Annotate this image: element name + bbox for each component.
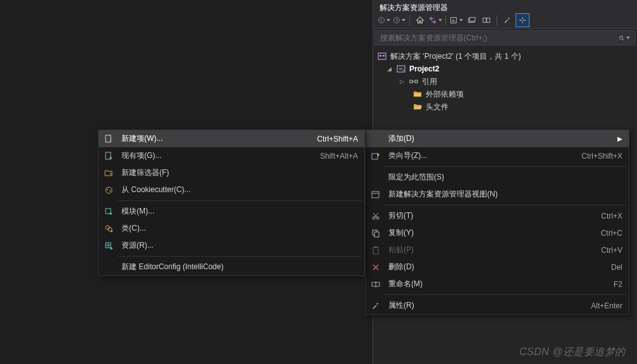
menu-label: 类(C)...	[121, 223, 358, 234]
menu-label: 现有项(G)...	[121, 150, 315, 161]
menu-label: 复制(Y)	[388, 228, 596, 238]
forward-dropdown-icon[interactable]	[392, 13, 406, 27]
svg-rect-11	[397, 66, 405, 72]
menu-label: 模块(M)...	[121, 206, 358, 217]
menu-add[interactable]: 添加(D) ▶	[366, 130, 629, 147]
expander-open-icon[interactable]: ◢	[386, 66, 393, 73]
menu-label: 添加(D)	[388, 133, 611, 144]
menu-label: 新建筛选器(F)	[121, 167, 358, 178]
menu-shortcut: F2	[614, 280, 622, 289]
references-label: 引用	[422, 76, 437, 87]
menu-label: 类向导(Z)...	[388, 150, 576, 161]
menu-label: 新建项(W)...	[121, 133, 312, 144]
new-item-icon	[101, 133, 116, 145]
solution-explorer-toolbar	[373, 11, 637, 29]
properties-icon[interactable]	[500, 13, 514, 27]
menu-class[interactable]: 类(C)...	[99, 220, 364, 237]
preview-icon[interactable]	[516, 13, 529, 27]
external-deps-node[interactable]: 外部依赖项	[377, 88, 633, 100]
menu-label: 资源(R)...	[121, 240, 358, 251]
svg-rect-13	[415, 80, 417, 83]
paste-icon	[368, 244, 383, 257]
pending-changes-icon[interactable]	[449, 13, 463, 27]
blank-icon	[101, 261, 116, 274]
panel-title: 解决方案资源管理器	[373, 0, 637, 11]
svg-rect-21	[373, 247, 378, 254]
chevron-right-icon: ▶	[616, 135, 622, 142]
svg-point-26	[106, 187, 112, 193]
menu-shortcut: Ctrl+X	[601, 212, 622, 221]
toolbar-separator	[409, 15, 410, 25]
solution-icon	[377, 51, 387, 61]
menu-cut[interactable]: 剪切(T) Ctrl+X	[366, 207, 629, 224]
svg-rect-6	[486, 18, 490, 22]
switch-view-icon[interactable]	[428, 13, 442, 27]
menu-new-view[interactable]: 新建解决方案资源管理器视图(N)	[366, 186, 629, 203]
menu-module[interactable]: 模块(M)...	[99, 203, 364, 220]
menu-existing-item[interactable]: 现有项(G)... Shift+Alt+A	[99, 147, 364, 164]
existing-item-icon	[101, 150, 116, 162]
search-box[interactable]	[374, 30, 636, 46]
show-all-files-icon[interactable]	[479, 13, 493, 27]
menu-new-item[interactable]: 新建项(W)... Ctrl+Shift+A	[99, 130, 364, 147]
menu-class-wizard[interactable]: 类向导(Z)... Ctrl+Shift+X	[366, 147, 629, 164]
references-node[interactable]: ▷ 引用	[377, 75, 633, 88]
svg-point-1	[394, 17, 400, 23]
menu-separator	[385, 205, 626, 205]
expander-closed-icon[interactable]: ▷	[399, 78, 405, 85]
folder-icon	[412, 89, 423, 99]
menu-shortcut: Ctrl+C	[601, 229, 622, 238]
folder-open-icon	[412, 102, 423, 112]
panel-title-text: 解决方案资源管理器	[380, 3, 448, 12]
menu-shortcut: Ctrl+V	[601, 246, 622, 255]
solution-node[interactable]: 解决方案 'Project2' (1 个项目，共 1 个)	[377, 50, 633, 63]
menu-rename[interactable]: 重命名(M) F2	[366, 276, 629, 293]
menu-editorconfig[interactable]: 新建 EditorConfig (IntelliCode)	[99, 258, 364, 276]
menu-separator	[385, 166, 626, 167]
cookiecutter-icon	[101, 184, 116, 197]
new-view-icon	[368, 188, 383, 201]
menu-label: 删除(D)	[388, 262, 606, 272]
svg-rect-9	[380, 55, 381, 57]
svg-point-27	[107, 189, 108, 190]
svg-rect-15	[372, 154, 378, 159]
menu-separator	[385, 294, 626, 295]
svg-rect-20	[374, 232, 379, 237]
svg-rect-29	[106, 209, 111, 214]
svg-rect-4	[469, 17, 475, 21]
menu-properties[interactable]: 属性(R) Alt+Enter	[366, 297, 629, 314]
menu-label: 剪切(T)	[388, 210, 596, 221]
home-icon[interactable]	[413, 13, 427, 27]
svg-point-0	[379, 17, 385, 23]
headers-node[interactable]: 头文件	[377, 100, 633, 113]
external-deps-label: 外部依赖项	[426, 89, 464, 100]
sync-icon[interactable]	[464, 13, 478, 27]
search-input[interactable]	[380, 33, 619, 42]
svg-point-7	[620, 36, 623, 39]
menu-label: 重命名(M)	[388, 279, 609, 289]
project-icon	[396, 64, 406, 74]
menu-new-filter[interactable]: 新建筛选器(F)	[99, 164, 364, 181]
menu-copy[interactable]: 复制(Y) Ctrl+C	[366, 224, 629, 241]
menu-label: 属性(R)	[388, 300, 586, 311]
menu-resource[interactable]: 资源(R)...	[99, 237, 364, 254]
class-wizard-icon	[368, 150, 383, 162]
search-icon[interactable]	[619, 32, 630, 44]
project-node[interactable]: ◢ Project2	[377, 63, 633, 75]
menu-label: 限定为此范围(S)	[388, 172, 622, 183]
menu-delete[interactable]: 删除(D) Del	[366, 258, 629, 276]
menu-label: 粘贴(P)	[388, 245, 596, 255]
menu-label: 新建 EditorConfig (IntelliCode)	[121, 262, 358, 272]
headers-label: 头文件	[426, 102, 448, 112]
menu-shortcut: Ctrl+Shift+A	[317, 135, 358, 143]
menu-label: 从 Cookiecutter(C)...	[121, 185, 358, 195]
solution-label: 解决方案 'Project2' (1 个项目，共 1 个)	[390, 51, 521, 62]
module-icon	[101, 205, 116, 218]
menu-cookiecutter[interactable]: 从 Cookiecutter(C)...	[99, 181, 364, 198]
solution-tree: 解决方案 'Project2' (1 个项目，共 1 个) ◢ Project2…	[373, 47, 637, 116]
wrench-icon	[368, 300, 383, 312]
menu-scope[interactable]: 限定为此范围(S)	[366, 169, 629, 186]
svg-rect-24	[106, 135, 111, 142]
back-dropdown-icon[interactable]	[377, 13, 391, 27]
menu-label: 新建解决方案资源管理器视图(N)	[388, 189, 622, 200]
